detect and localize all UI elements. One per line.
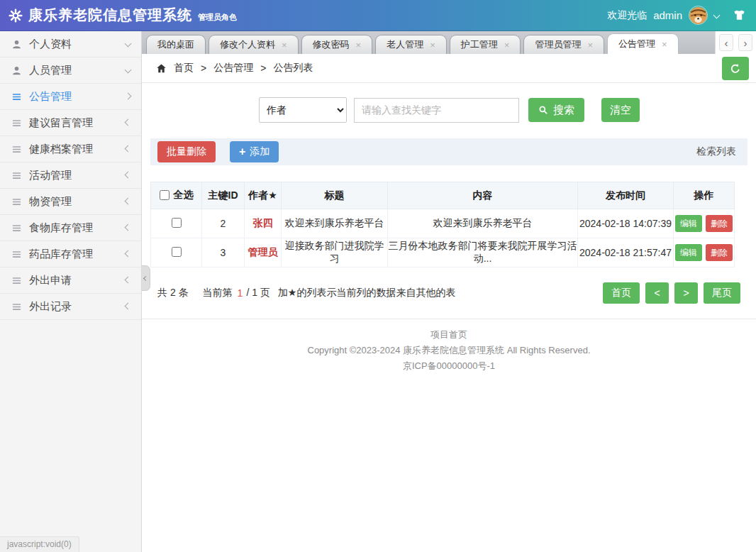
- row-checkbox[interactable]: [172, 247, 182, 257]
- tab-label: 修改密码: [313, 38, 350, 51]
- edit-button[interactable]: 编辑: [675, 244, 702, 261]
- edit-button[interactable]: 编辑: [675, 215, 702, 232]
- sidebar-item-supplies[interactable]: 物资管理: [0, 189, 141, 215]
- brand: 康乐养老院信息管理系统 管理员角色: [9, 6, 237, 25]
- sidebar-item-medicine-inventory[interactable]: 药品库存管理: [0, 241, 141, 267]
- sidebar-item-activities[interactable]: 活动管理: [0, 162, 141, 189]
- table-row: 2 张四 欢迎来到康乐养老平台 欢迎来到康乐养老平台 2024-02-18 14…: [151, 209, 735, 238]
- project-home-link[interactable]: 项目首页: [430, 329, 467, 340]
- copyright-text: Copyright ©2023-2024 康乐养老院信息管理系统 All Rig…: [142, 343, 756, 358]
- tab-elder-management[interactable]: 老人管理 ×: [375, 35, 447, 54]
- header-publish-time: 发布时间: [578, 182, 674, 209]
- list-icon: [11, 170, 22, 181]
- list-icon: [11, 275, 22, 286]
- prev-page-button[interactable]: <: [645, 282, 669, 304]
- breadcrumb-home[interactable]: 首页: [174, 62, 194, 74]
- sidebar-item-health-records[interactable]: 健康档案管理: [0, 136, 141, 162]
- sidebar-item-food-inventory[interactable]: 食物库存管理: [0, 215, 141, 241]
- sidebar-item-profile[interactable]: 个人资料: [0, 31, 141, 57]
- page-body: 作者 搜索 清空 批量删除 + 添加 检索列表: [142, 83, 756, 552]
- cell-actions: 编辑删除: [674, 209, 735, 238]
- tab-edit-profile[interactable]: 修改个人资料 ×: [209, 35, 299, 54]
- chevron-left-icon: [125, 145, 132, 153]
- cell-author: 管理员: [245, 238, 282, 267]
- sidebar-item-label: 食物库存管理: [29, 221, 93, 235]
- row-checkbox[interactable]: [172, 218, 182, 228]
- chevron-left-icon: [125, 198, 132, 205]
- cell-title: 欢迎来到康乐养老平台: [282, 209, 388, 238]
- delete-button[interactable]: 删除: [706, 244, 733, 261]
- chevron-left-icon: [125, 250, 132, 258]
- chevron-left-icon: [125, 224, 132, 231]
- list-icon: [11, 92, 22, 102]
- add-button[interactable]: + 添加: [230, 141, 279, 162]
- batch-delete-button[interactable]: 批量删除: [157, 141, 216, 162]
- chevron-left-icon: [125, 277, 132, 284]
- search-input[interactable]: [354, 98, 519, 123]
- role-label: 管理员角色: [198, 12, 237, 23]
- first-page-button[interactable]: 首页: [603, 282, 640, 304]
- add-button-label: 添加: [250, 145, 269, 158]
- user-icon: [11, 39, 22, 50]
- close-icon[interactable]: ×: [504, 40, 510, 50]
- current-page-number: 1: [238, 287, 243, 299]
- sidebar: 个人资料 人员管理 公告管理 建议留言管理 健康档案管理 活动管理: [0, 31, 142, 552]
- cell-content: 欢迎来到康乐养老平台: [388, 209, 578, 238]
- select-all-checkbox[interactable]: [160, 190, 169, 200]
- header-title: 标题: [282, 182, 388, 209]
- sidebar-item-announcement[interactable]: 公告管理: [0, 84, 141, 110]
- sidebar-item-label: 建议留言管理: [29, 116, 93, 130]
- chevron-right-icon: [125, 93, 132, 100]
- tab-admin-management[interactable]: 管理员管理 ×: [523, 35, 604, 54]
- sidebar-item-label: 活动管理: [29, 169, 72, 182]
- avatar[interactable]: [689, 6, 708, 25]
- tab-label: 护工管理: [461, 38, 498, 51]
- sidebar-item-outing-application[interactable]: 外出申请: [0, 267, 141, 294]
- tshirt-icon[interactable]: [733, 9, 746, 22]
- refresh-button[interactable]: [722, 57, 749, 80]
- tab-change-password[interactable]: 修改密码 ×: [301, 35, 373, 54]
- clear-button[interactable]: 清空: [601, 98, 640, 122]
- status-link-preview: javascript:void(0): [0, 536, 79, 552]
- cell-select: [151, 238, 202, 267]
- header-content: 内容: [388, 182, 578, 209]
- cell-content: 三月份本地政务部门将要来我院开展学习活动...: [388, 238, 578, 267]
- chevron-left-icon: [125, 119, 132, 126]
- username: admin: [653, 9, 682, 21]
- breadcrumb-level1[interactable]: 公告管理: [213, 62, 253, 74]
- search-field-select[interactable]: 作者: [259, 97, 347, 123]
- chevron-down-icon: [125, 40, 132, 48]
- close-icon[interactable]: ×: [662, 40, 667, 49]
- breadcrumb-separator: >: [201, 62, 206, 74]
- sidebar-item-outing-records[interactable]: 外出记录: [0, 294, 141, 320]
- close-icon[interactable]: ×: [430, 40, 435, 50]
- chevron-down-icon[interactable]: [713, 12, 721, 19]
- sidebar-item-label: 外出记录: [29, 300, 72, 314]
- close-icon[interactable]: ×: [587, 40, 593, 50]
- next-page-button[interactable]: >: [674, 282, 698, 304]
- table-header-row: 全选 主键ID 作者★ 标题 内容 发布时间 操作: [151, 182, 735, 209]
- header-author: 作者★: [245, 182, 282, 209]
- top-header: 康乐养老院信息管理系统 管理员角色 欢迎光临 admin: [0, 0, 756, 31]
- search-button[interactable]: 搜索: [528, 98, 584, 122]
- sidebar-collapse-handle[interactable]: [142, 265, 150, 291]
- header-id: 主键ID: [202, 182, 245, 209]
- last-page-button[interactable]: 尾页: [704, 282, 740, 304]
- chevron-left-icon: [125, 172, 132, 179]
- tab-scroll-right-button[interactable]: ›: [738, 34, 752, 51]
- chevron-left-icon: [143, 275, 148, 280]
- breadcrumb-level2: 公告列表: [273, 62, 313, 74]
- tab-caregiver-management[interactable]: 护工管理 ×: [450, 35, 521, 54]
- tab-my-desktop[interactable]: 我的桌面: [146, 35, 206, 54]
- close-icon[interactable]: ×: [282, 40, 287, 50]
- toolbar: 批量删除 + 添加 检索列表: [150, 138, 747, 165]
- sidebar-item-label: 公告管理: [29, 90, 72, 104]
- tab-announcement-management[interactable]: 公告管理 ×: [607, 33, 679, 54]
- tab-scroll-left-button[interactable]: ‹: [719, 34, 733, 51]
- close-icon[interactable]: ×: [356, 40, 362, 50]
- tab-nav: ‹ ›: [715, 31, 756, 54]
- sidebar-item-suggestions[interactable]: 建议留言管理: [0, 110, 141, 136]
- current-page-prefix: 当前第: [203, 287, 233, 299]
- delete-button[interactable]: 删除: [706, 215, 733, 232]
- sidebar-item-personnel[interactable]: 人员管理: [0, 57, 141, 84]
